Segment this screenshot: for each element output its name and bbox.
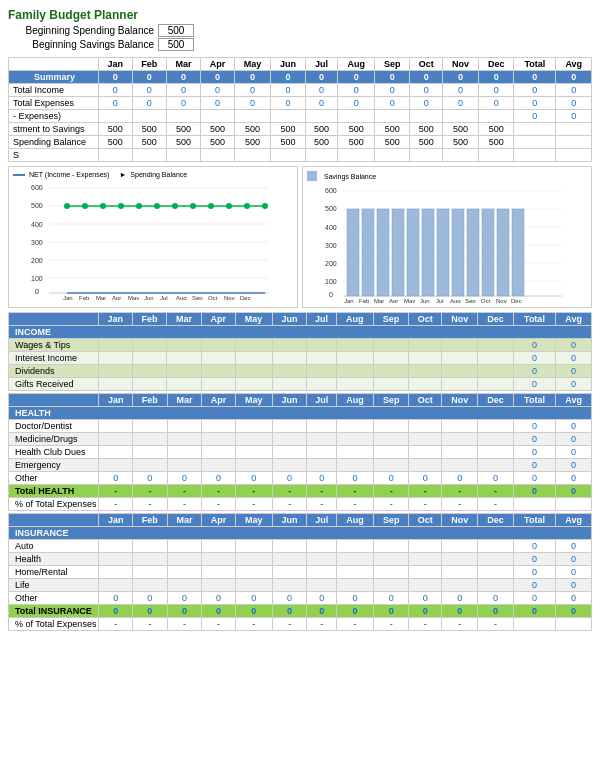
health-col-header: JanFebMarAprMayJun JulAugSepOctNovDec To… [9,394,592,407]
health-header-row: HEALTH [9,407,592,420]
svg-text:Nov: Nov [496,298,507,303]
health-total-row: Total HEALTH ---- ---- ---- 00 [9,485,592,498]
svg-point-25 [262,203,268,209]
svg-point-22 [208,203,214,209]
svg-point-20 [172,203,178,209]
spending-balance-row: Spending Balance 500500500500500500 5005… [9,136,592,149]
health-doctor-row: Doctor/Dentist 00 [9,420,592,433]
svg-text:600: 600 [325,187,337,194]
line-chart-svg: 600 500 400 300 200 100 0 [13,180,273,300]
svg-rect-62 [497,209,509,296]
income-dividends-row: Dividends 00 [9,365,592,378]
svg-point-15 [82,203,88,209]
svg-text:Aug: Aug [450,298,461,303]
beginning-spending-row: Beginning Spending Balance 500 [8,24,592,37]
summary-col-header: JanFebMarAprMayJun JulAugSepOctNovDec To… [9,58,592,71]
svg-rect-59 [452,209,464,296]
svg-text:Jul: Jul [436,298,444,303]
health-table: JanFebMarAprMayJun JulAugSepOctNovDec To… [8,393,592,511]
total-income-row: Total Income 0000 0000 0000 00 [9,84,592,97]
svg-point-17 [118,203,124,209]
income-gifts-row: Gifts Received 00 [9,378,592,391]
svg-text:Dec: Dec [511,298,522,303]
insurance-other-row: Other 0000 0000 0000 00 [9,592,592,605]
insurance-col-header: JanFebMarAprMayJun JulAugSepOctNovDec To… [9,514,592,527]
svg-text:Jan: Jan [344,298,354,303]
svg-point-23 [226,203,232,209]
svg-text:Mar: Mar [374,298,384,303]
savings-row: S [9,149,592,162]
line-chart-container: NET (Income - Expenses) ► Spending Balan… [8,166,298,308]
svg-point-21 [190,203,196,209]
spending-legend-icon: ► [119,171,126,178]
svg-text:Sep: Sep [192,295,203,300]
line-chart-legend: NET (Income - Expenses) ► Spending Balan… [13,171,293,178]
svg-text:500: 500 [31,202,43,209]
health-medicine-row: Medicine/Drugs 00 [9,433,592,446]
svg-text:200: 200 [31,257,43,264]
svg-text:300: 300 [31,239,43,246]
savings-legend-label: Savings Balance [324,173,376,180]
health-club-row: Health Club Dues 00 [9,446,592,459]
svg-text:Jun: Jun [144,295,154,300]
insurance-total-row: Total INSURANCE 0000 0000 0000 00 [9,605,592,618]
svg-text:May: May [128,295,139,300]
spending-legend-label: Spending Balance [130,171,187,178]
insurance-pct-row: % of Total Expenses ---- ---- ---- [9,618,592,631]
svg-text:Feb: Feb [79,295,90,300]
svg-text:100: 100 [325,278,337,285]
svg-text:400: 400 [31,221,43,228]
svg-point-24 [244,203,250,209]
svg-rect-57 [422,209,434,296]
page: Family Budget Planner Beginning Spending… [0,0,600,639]
svg-text:Mar: Mar [96,295,106,300]
net-legend-line [13,174,25,176]
svg-rect-60 [467,209,479,296]
svg-text:100: 100 [31,275,43,282]
svg-point-14 [64,203,70,209]
insurance-health-row: Health 00 [9,553,592,566]
insurance-home-row: Home/Rental 00 [9,566,592,579]
svg-text:Oct: Oct [481,298,491,303]
income-table: JanFebMarAprMayJun JulAugSepOctNovDec To… [8,312,592,391]
beginning-savings-value[interactable]: 500 [158,38,194,51]
svg-text:May: May [404,298,415,303]
health-emergency-row: Emergency 00 [9,459,592,472]
charts-section: NET (Income - Expenses) ► Spending Balan… [8,166,592,308]
adjustment-row: stment to Savings 500500500500500500 500… [9,123,592,136]
income-wages-row: Wages & Tips 00 [9,339,592,352]
svg-text:0: 0 [35,288,39,295]
bar-chart-container: Savings Balance 600 500 400 300 200 100 … [302,166,592,308]
svg-text:Dec: Dec [240,295,251,300]
insurance-header-row: INSURANCE [9,527,592,540]
app-title: Family Budget Planner [8,8,592,22]
svg-text:Jan: Jan [63,295,73,300]
svg-rect-63 [512,209,524,296]
svg-text:200: 200 [325,260,337,267]
beginning-savings-label: Beginning Savings Balance [8,39,158,50]
svg-text:500: 500 [325,205,337,212]
beginning-spending-value[interactable]: 500 [158,24,194,37]
svg-rect-55 [392,209,404,296]
svg-point-16 [100,203,106,209]
health-pct-row: % of Total Expenses ---- ---- ---- [9,498,592,511]
beginning-spending-label: Beginning Spending Balance [8,25,158,36]
svg-text:Jul: Jul [160,295,168,300]
income-header-row: INCOME [9,326,592,339]
svg-rect-58 [437,209,449,296]
bar-chart-legend: Savings Balance [307,171,587,181]
svg-text:Nov: Nov [224,295,235,300]
svg-rect-56 [407,209,419,296]
svg-rect-61 [482,209,494,296]
svg-text:400: 400 [325,224,337,231]
svg-text:600: 600 [31,184,43,191]
income-col-header: JanFebMarAprMayJun JulAugSepOctNovDec To… [9,313,592,326]
net-legend-label: NET (Income - Expenses) [29,171,109,178]
summary-table: JanFebMarAprMayJun JulAugSepOctNovDec To… [8,57,592,162]
insurance-life-row: Life 00 [9,579,592,592]
insurance-table: JanFebMarAprMayJun JulAugSepOctNovDec To… [8,513,592,631]
svg-text:Jun: Jun [420,298,430,303]
svg-text:Feb: Feb [359,298,370,303]
svg-text:300: 300 [325,242,337,249]
svg-text:Sep: Sep [465,298,476,303]
